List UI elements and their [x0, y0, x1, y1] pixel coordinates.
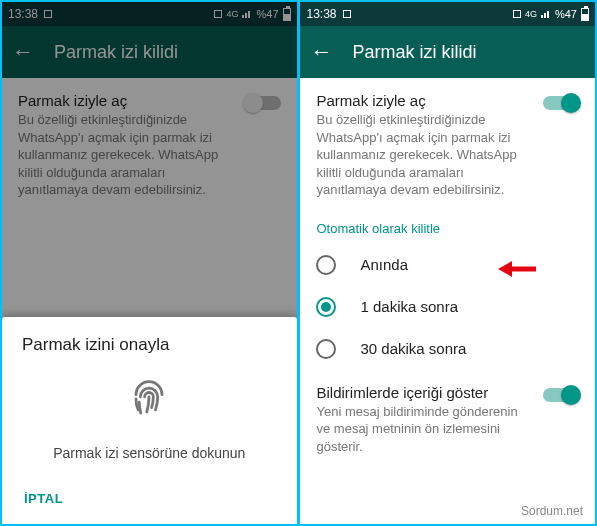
show-content-row[interactable]: Bildirimlerde içeriği göster Yeni mesaj … [316, 384, 579, 456]
autolock-option-30min[interactable]: 30 dakika sonra [316, 328, 579, 370]
status-app-icon [343, 10, 351, 18]
radio-icon [316, 255, 336, 275]
notif-desc: Yeni mesaj bildiriminde gönderenin ve me… [316, 403, 529, 456]
status-icon [513, 10, 521, 18]
back-icon[interactable]: ← [310, 39, 332, 65]
battery-icon [581, 8, 589, 21]
unlock-desc: Bu özelliği etkinleştirdiğinizde WhatsAp… [316, 111, 529, 199]
radio-label: 1 dakika sonra [360, 298, 458, 315]
status-bar: 13:38 4G %47 [300, 2, 595, 26]
network-label: 4G [525, 9, 537, 19]
phone-right: 13:38 4G %47 ← Parmak izi kilidi Parmak … [300, 2, 595, 524]
unlock-toggle[interactable] [543, 96, 579, 110]
autolock-option-1min[interactable]: 1 dakika sonra [316, 286, 579, 328]
notif-title: Bildirimlerde içeriği göster [316, 384, 529, 401]
dialog-instruction: Parmak izi sensörüne dokunun [22, 445, 277, 461]
unlock-title: Parmak iziyle aç [316, 92, 529, 109]
page-title: Parmak izi kilidi [352, 42, 476, 63]
phone-left: 13:38 4G %47 ← Parmak izi kilidi Parmak … [2, 2, 297, 524]
radio-icon [316, 339, 336, 359]
watermark: Sordum.net [521, 504, 583, 518]
cancel-button[interactable]: İPTAL [22, 485, 65, 512]
autolock-option-immediate[interactable]: Anında [316, 244, 579, 286]
radio-label: Anında [360, 256, 408, 273]
notif-toggle[interactable] [543, 388, 579, 402]
fingerprint-dialog: Parmak izini onayla Parmak izi sensörüne… [2, 317, 297, 524]
dialog-title: Parmak izini onayla [22, 335, 277, 355]
app-bar: ← Parmak izi kilidi [300, 26, 595, 78]
fingerprint-unlock-row[interactable]: Parmak iziyle aç Bu özelliği etkinleştir… [316, 92, 579, 199]
autolock-section-title: Otomatik olarak kilitle [316, 221, 579, 236]
signal-icon [541, 10, 551, 18]
radio-icon [316, 297, 336, 317]
fingerprint-icon [123, 373, 175, 429]
battery-text: %47 [555, 8, 577, 20]
radio-label: 30 dakika sonra [360, 340, 466, 357]
status-time: 13:38 [306, 7, 336, 21]
